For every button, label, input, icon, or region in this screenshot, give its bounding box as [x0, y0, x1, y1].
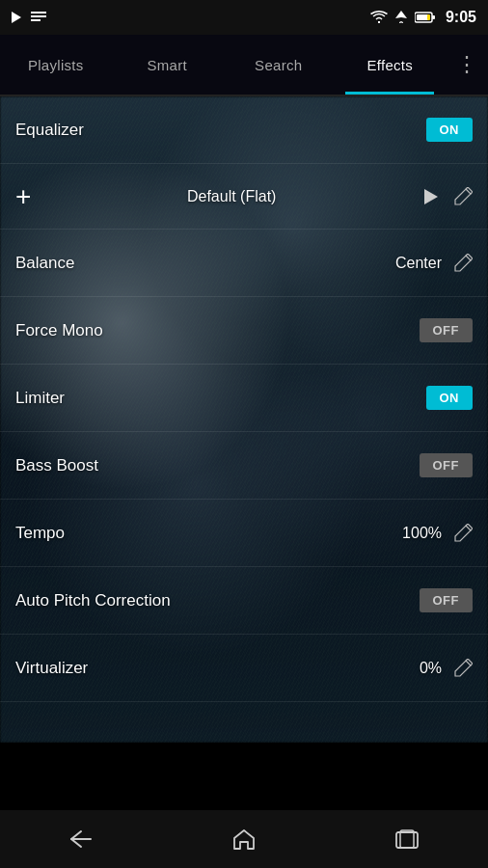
equalizer-toggle[interactable]: ON: [426, 118, 474, 142]
pencil-icon: [453, 187, 473, 206]
balance-value: Center: [395, 255, 442, 272]
battery-icon: [415, 11, 436, 24]
svg-rect-2: [31, 15, 46, 17]
virtualizer-row[interactable]: Virtualizer 0%: [0, 635, 488, 702]
recent-apps-icon: [394, 828, 420, 850]
force-mono-label: Force Mono: [15, 321, 420, 340]
nav-home-button[interactable]: [215, 820, 273, 858]
eq-preset-row[interactable]: + Default (Flat): [0, 164, 488, 230]
virtualizer-value: 0%: [420, 660, 442, 677]
bass-boost-toggle[interactable]: OFF: [420, 453, 474, 477]
more-menu-button[interactable]: ⋮: [446, 52, 488, 77]
auto-pitch-label: Auto Pitch Correction: [15, 591, 420, 610]
tempo-edit-icon[interactable]: [453, 524, 473, 543]
eq-edit-icon[interactable]: [453, 187, 473, 206]
eq-slider-handle[interactable]: [424, 187, 444, 206]
back-arrow-icon: [68, 828, 95, 850]
settings-list: Equalizer ON + Default (Flat) Balance Ce…: [0, 96, 488, 702]
force-mono-toggle[interactable]: OFF: [420, 318, 474, 342]
equalizer-row[interactable]: Equalizer ON: [0, 96, 488, 164]
svg-marker-0: [12, 12, 21, 23]
pencil-icon: [453, 524, 473, 543]
auto-pitch-row[interactable]: Auto Pitch Correction OFF: [0, 567, 488, 635]
pencil-icon: [453, 254, 473, 273]
play-icon: [10, 11, 23, 24]
content-area: Equalizer ON + Default (Flat) Balance Ce…: [0, 96, 488, 743]
nav-bar: [0, 810, 488, 868]
tempo-row[interactable]: Tempo 100%: [0, 500, 488, 567]
limiter-label: Limiter: [15, 389, 426, 408]
svg-rect-5: [432, 15, 435, 19]
pencil-icon: [453, 659, 473, 678]
status-right-icons: 9:05: [370, 9, 476, 26]
balance-row[interactable]: Balance Center: [0, 230, 488, 297]
svg-rect-3: [31, 19, 41, 21]
limiter-row[interactable]: Limiter ON: [0, 365, 488, 432]
nav-back-button[interactable]: [52, 820, 110, 858]
nav-recent-button[interactable]: [378, 820, 436, 858]
status-bar: 9:05: [0, 0, 488, 35]
bass-boost-label: Bass Boost: [15, 456, 420, 475]
add-preset-button[interactable]: +: [15, 183, 31, 210]
virtualizer-label: Virtualizer: [15, 659, 420, 678]
tab-bar: Playlists Smart Search Effects ⋮: [0, 35, 488, 96]
tab-smart[interactable]: Smart: [112, 35, 224, 95]
menu-icon: [31, 11, 46, 24]
virtualizer-edit-icon[interactable]: [453, 659, 473, 678]
bass-boost-row[interactable]: Bass Boost OFF: [0, 432, 488, 500]
limiter-toggle[interactable]: ON: [426, 386, 474, 410]
eq-preset-name: Default (Flat): [46, 188, 417, 205]
svg-rect-1: [31, 12, 46, 14]
equalizer-label: Equalizer: [15, 121, 426, 140]
status-left-icons: [10, 11, 46, 24]
force-mono-row[interactable]: Force Mono OFF: [0, 297, 488, 365]
tab-search[interactable]: Search: [223, 35, 335, 95]
tempo-label: Tempo: [15, 524, 402, 543]
svg-rect-7: [427, 14, 430, 20]
wifi-icon: [370, 11, 388, 24]
auto-pitch-toggle[interactable]: OFF: [420, 588, 474, 612]
tab-playlists[interactable]: Playlists: [0, 35, 112, 95]
balance-edit-icon[interactable]: [453, 254, 473, 273]
home-icon: [232, 827, 256, 851]
tempo-value: 100%: [402, 525, 442, 542]
tab-effects[interactable]: Effects: [335, 35, 447, 95]
balance-label: Balance: [15, 254, 395, 273]
airplane-icon: [393, 11, 409, 24]
status-time: 9:05: [446, 9, 476, 26]
